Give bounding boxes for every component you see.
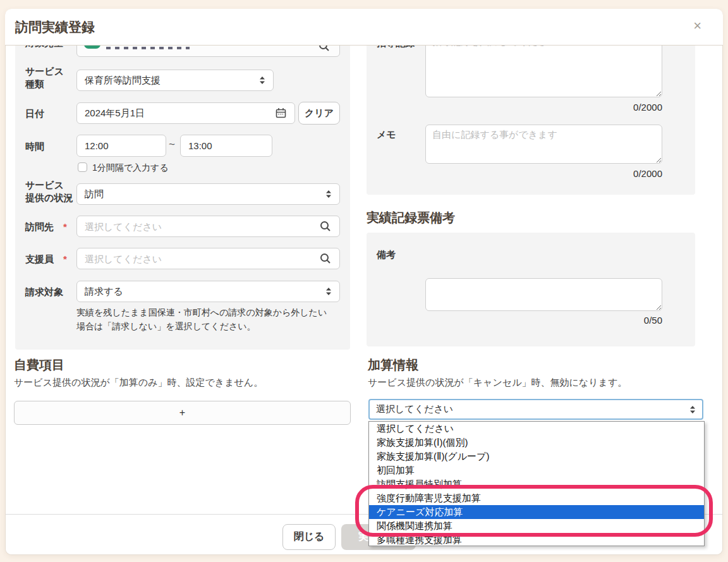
- memo-counter: 0/2000: [536, 168, 662, 179]
- visit-place-label: 訪問先: [25, 221, 54, 233]
- memo-textarea[interactable]: [425, 125, 662, 164]
- record-note-textarea[interactable]: [425, 278, 662, 311]
- addition-option-selected[interactable]: ケアニーズ対応加算: [369, 505, 704, 519]
- memo-label: メモ: [377, 128, 396, 141]
- billing-value: 請求する: [85, 286, 123, 298]
- visit-place-required-mark: *: [63, 221, 67, 232]
- minute-interval-checkbox[interactable]: [78, 162, 87, 172]
- self-pay-heading: 自費項目: [14, 357, 64, 373]
- record-note-label: 備考: [377, 248, 396, 261]
- addition-option[interactable]: 多職種連携支援加算: [369, 533, 704, 546]
- date-label: 日付: [25, 107, 44, 120]
- modal-header: 訪問実績登録 ×: [5, 9, 723, 46]
- service-type-select[interactable]: 保育所等訪問支援: [76, 70, 274, 91]
- service-type-value: 保育所等訪問支援: [85, 75, 161, 87]
- updown-arrows-icon: [325, 190, 332, 199]
- visit-place-input[interactable]: [76, 216, 340, 237]
- addition-option[interactable]: 家族支援加算(Ⅱ)(グループ): [369, 449, 704, 463]
- minute-interval-label: 1分間隔で入力する: [92, 162, 169, 174]
- updown-arrows-icon: [259, 76, 265, 85]
- target-child-value-clipped: [106, 47, 190, 49]
- billing-help-text: 実績を残したまま国保連・市町村への請求の対象から外したい 場合は「請求しない」を…: [76, 306, 345, 333]
- guidance-counter: 0/2000: [536, 102, 662, 113]
- staff-input[interactable]: [76, 248, 340, 269]
- date-clear-button[interactable]: クリア: [298, 102, 340, 125]
- addition-option[interactable]: 強度行動障害児支援加算: [369, 491, 704, 505]
- record-note-counter: 0/50: [536, 315, 662, 326]
- addition-heading: 加算情報: [368, 357, 418, 373]
- addition-select[interactable]: 選択してください: [368, 399, 703, 420]
- addition-dropdown-list: 選択してください 家族支援加算(Ⅰ)(個別) 家族支援加算(Ⅱ)(グループ) 初…: [368, 421, 705, 546]
- service-type-label: サービス 種類: [25, 65, 64, 90]
- updown-arrows-icon: [325, 287, 332, 296]
- staff-required-mark: *: [63, 254, 67, 264]
- service-status-select[interactable]: 訪問: [76, 183, 340, 205]
- modal-title: 訪問実績登録: [15, 18, 95, 36]
- time-end-input[interactable]: [180, 135, 272, 157]
- time-start-input[interactable]: [76, 135, 166, 157]
- addition-select-value: 選択してください: [376, 403, 453, 415]
- billing-label: 請求対象: [25, 286, 63, 298]
- updown-arrows-icon: [689, 405, 696, 414]
- close-icon[interactable]: ×: [693, 19, 701, 33]
- addition-option[interactable]: 選択してください: [369, 422, 704, 436]
- time-separator: ~: [169, 138, 175, 151]
- self-pay-note: サービス提供の状況が「加算のみ」時、設定できません。: [14, 377, 263, 389]
- self-pay-add-button[interactable]: +: [14, 401, 351, 425]
- billing-select[interactable]: 請求する: [76, 281, 340, 302]
- addition-option[interactable]: 家族支援加算(Ⅰ)(個別): [369, 436, 704, 449]
- service-status-label: サービス 提供の状況: [25, 179, 73, 204]
- addition-note: サービス提供の状況が「キャンセル」時、無効になります。: [368, 377, 627, 389]
- close-button[interactable]: 閉じる: [282, 524, 336, 550]
- addition-option[interactable]: 初回加算: [369, 463, 704, 477]
- date-input[interactable]: [76, 102, 295, 124]
- staff-label: 支援員: [25, 253, 54, 266]
- service-status-value: 訪問: [85, 188, 104, 200]
- visit-record-modal-page: 対象児童 サービス 種類 保育所等訪問支援 日付 クリア 時間 ~ 1分間隔で入…: [0, 0, 728, 562]
- addition-option[interactable]: 訪問支援員特別加算: [369, 477, 704, 491]
- time-label: 時間: [25, 140, 44, 153]
- record-note-heading: 実績記録票備考: [367, 209, 455, 226]
- addition-option[interactable]: 関係機関連携加算: [369, 519, 704, 533]
